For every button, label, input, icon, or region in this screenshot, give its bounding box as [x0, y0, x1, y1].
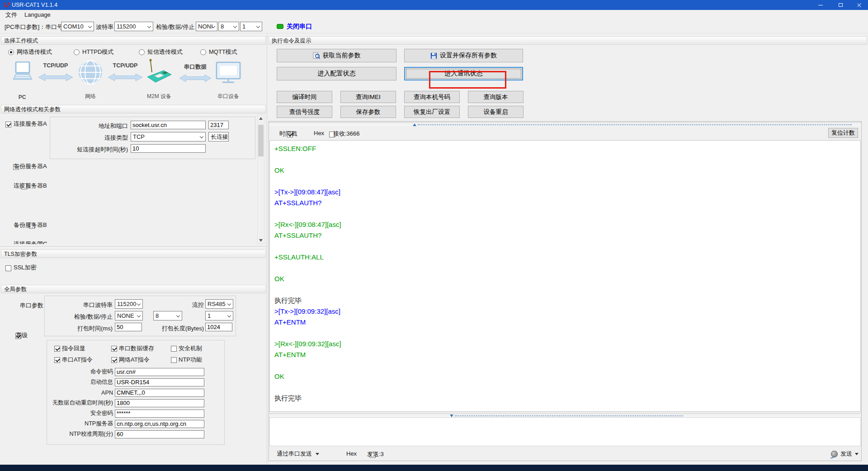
pc-label: PC	[19, 94, 26, 100]
checkbox-icon	[54, 357, 60, 363]
radio-icon	[200, 49, 206, 55]
field-row: 命令密码	[47, 367, 225, 377]
field-input[interactable]	[115, 368, 204, 376]
short-timeout-input[interactable]	[131, 144, 206, 153]
advanced-option[interactable]: 串口AT指令	[54, 356, 111, 364]
net-params-header: 网络透传模式相关参数	[1, 105, 266, 113]
baud-select[interactable]: 115200	[114, 22, 153, 31]
log-output[interactable]: +SSLEN:OFF OK >[Tx->][09:08:47][asc] AT+…	[269, 140, 861, 412]
ssl-checkbox[interactable]	[5, 265, 11, 271]
top-splitter[interactable]	[269, 122, 861, 125]
addr-port-label: 地址和端口	[50, 122, 128, 130]
flow-select[interactable]: RS485	[205, 299, 233, 309]
command-button[interactable]: 编译时间	[277, 91, 332, 103]
field-row: NTP校准周期(分)	[47, 429, 225, 439]
command-button[interactable]: 查询本机号码	[404, 91, 460, 103]
scrollbar-thumb[interactable]	[258, 125, 264, 156]
command-button[interactable]: 保存参数	[340, 106, 396, 118]
field-row: 安全密码	[47, 408, 225, 419]
advanced-option[interactable]: 网络AT指令	[111, 356, 171, 364]
menubar: 文件 Language	[0, 10, 868, 19]
field-input[interactable]	[115, 430, 204, 438]
get-params-button[interactable]: 获取当前参数	[277, 49, 396, 62]
log-line	[274, 360, 860, 371]
keep-type-select[interactable]: 长连接	[208, 132, 229, 141]
serial-baud-label: 串口波特率	[45, 301, 113, 309]
splitter-dotted-track	[418, 124, 852, 125]
advanced-options: 指令回显 串口数据缓存 安全机制 串口AT指令 网络AT指令	[54, 344, 221, 364]
reset-count-button[interactable]: 复位计数	[828, 128, 858, 138]
pc-node: PC	[9, 61, 35, 100]
set-save-params-button[interactable]: 设置并保存所有参数	[404, 49, 523, 62]
chevron-down-icon	[227, 314, 231, 317]
double-arrow-icon	[179, 74, 212, 82]
scroll-down-icon[interactable]	[258, 237, 264, 244]
field-input[interactable]	[115, 420, 204, 428]
work-mode-radio[interactable]: 网络透传模式	[8, 48, 52, 56]
baud-label: 波特率	[96, 23, 113, 31]
minimize-button[interactable]	[811, 0, 830, 10]
menu-file[interactable]: 文件	[2, 10, 21, 19]
databits-select[interactable]: 8	[218, 22, 239, 31]
send-via-serial-button[interactable]: 通过串口发送	[277, 448, 319, 459]
work-mode-radio[interactable]: MQTT模式	[200, 48, 237, 56]
serial-parity-select[interactable]: NONE	[115, 311, 143, 320]
enter-config-button[interactable]: 进入配置状态	[277, 67, 396, 80]
bottom-splitter[interactable]	[269, 413, 861, 416]
field-input[interactable]	[115, 399, 204, 407]
advanced-option[interactable]: 安全机制	[171, 344, 221, 353]
advanced-fields: 命令密码 启动信息 APN 无数据自动重启时间(秒) 安全密码	[47, 367, 225, 439]
serial-databits-select[interactable]: 8	[153, 311, 182, 320]
serial-pds-label: 检验/数据/停止	[45, 313, 113, 321]
server-a-checkbox[interactable]	[5, 122, 11, 127]
log-line: >[Tx->][09:09:32][asc]	[274, 306, 860, 317]
command-button[interactable]: 设备重启	[468, 106, 524, 118]
field-input[interactable]	[115, 378, 204, 386]
advanced-option[interactable]: 串口数据缓存	[111, 344, 171, 353]
command-button[interactable]: 查询版本	[468, 91, 524, 103]
com-port-select[interactable]: COM10	[61, 22, 94, 31]
checkbox-icon	[171, 357, 177, 363]
enter-comm-button[interactable]: 进入通讯状态	[404, 67, 523, 80]
field-input[interactable]	[115, 410, 204, 418]
serial-stopbits-select[interactable]: 1	[205, 311, 233, 320]
log-line: >[Tx->][09:08:47][asc]	[274, 187, 860, 198]
close-port-button[interactable]: 关闭串口	[287, 23, 312, 31]
net-params-scrollbar[interactable]	[257, 114, 264, 244]
command-button[interactable]: 恢复出厂设置	[404, 106, 460, 118]
send-button[interactable]: 发送	[831, 449, 859, 459]
log-line: AT+ENTM	[274, 349, 860, 360]
command-button[interactable]: 查询IMEI	[340, 91, 396, 103]
conn-type-select[interactable]: TCP	[131, 132, 206, 141]
maximize-button[interactable]	[830, 0, 850, 10]
menu-language[interactable]: Language	[21, 10, 54, 19]
command-button[interactable]: 查信号强度	[277, 106, 332, 118]
scroll-up-icon[interactable]	[258, 115, 264, 122]
log-line: OK	[274, 273, 860, 284]
server-b-label: 连接服务器B	[14, 182, 47, 190]
server-a-label: 连接服务器A	[14, 120, 47, 128]
parity-select[interactable]: NONI	[196, 22, 217, 31]
advanced-option[interactable]: 指令回显	[54, 344, 111, 353]
close-button[interactable]	[850, 0, 868, 10]
field-input[interactable]	[115, 389, 204, 397]
work-mode-radio[interactable]: 短信透传模式	[139, 48, 183, 56]
pack-len-input[interactable]	[205, 323, 232, 331]
splitter-collapse-up-icon[interactable]	[413, 123, 416, 126]
advanced-option[interactable]: NTP功能	[171, 356, 221, 364]
field-label: NTP服务器	[47, 420, 115, 428]
ssl-label: SSL加密	[14, 264, 37, 272]
server-address-input[interactable]	[131, 121, 206, 129]
stopbits-select[interactable]: 1	[240, 22, 262, 31]
field-label: 无数据自动重启时间(秒)	[47, 399, 115, 407]
pack-time-input[interactable]	[115, 323, 142, 331]
send-input-area[interactable]	[269, 417, 861, 446]
server-port-input[interactable]	[208, 121, 229, 129]
serial-device-label: 串口设备	[217, 93, 239, 100]
log-line	[274, 263, 860, 273]
chevron-down-icon	[137, 302, 141, 306]
command-panel-header: 执行命令及提示	[269, 36, 867, 45]
work-mode-radio[interactable]: HTTPD模式	[74, 48, 113, 56]
serial-baud-select[interactable]: 115200	[115, 299, 143, 309]
radio-icon	[139, 49, 145, 55]
